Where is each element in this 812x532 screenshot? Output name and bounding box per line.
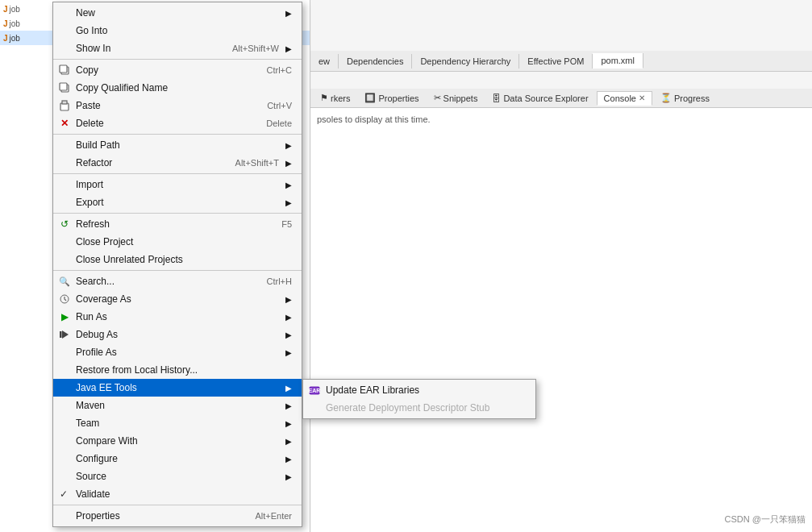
arrow-icon: ▶	[285, 181, 292, 189]
svg-marker-7	[62, 330, 69, 339]
menu-item-coverage-as[interactable]: Coverage As ▶	[53, 290, 302, 308]
arrow-icon: ▶	[285, 313, 292, 322]
arrow-icon: ▶	[285, 419, 292, 428]
menu-item-refactor[interactable]: Refactor Alt+Shift+T ▶	[53, 154, 302, 172]
arrow-icon: ▶	[285, 295, 292, 304]
arrow-icon: ▶	[285, 44, 292, 53]
svg-rect-5	[62, 101, 67, 104]
submenu-item-update-ear[interactable]: EAR Update EAR Libraries	[303, 381, 535, 399]
menu-item-import[interactable]: Import ▶	[53, 176, 302, 193]
menu-item-copy-qualified-name[interactable]: Copy Qualified Name	[53, 79, 302, 97]
delete-icon: ✕	[56, 118, 73, 129]
menu-item-paste[interactable]: Paste Ctrl+V	[53, 97, 302, 114]
menu-item-source[interactable]: Source ▶	[53, 468, 302, 485]
menu-item-restore-local-history[interactable]: Restore from Local History...	[53, 361, 302, 379]
tab-effective-pom[interactable]: Effective POM	[519, 54, 593, 69]
menu-item-close-project[interactable]: Close Project	[53, 233, 302, 251]
coverage-icon	[56, 293, 73, 305]
java-ee-tools-submenu: EAR Update EAR Libraries Generate Deploy…	[302, 379, 536, 419]
console-bar: ⚑ rkers 🔲 Properties ✂ Snippets 🗄 Data S…	[310, 89, 812, 108]
arrow-icon: ▶	[285, 330, 292, 339]
menu-item-build-path[interactable]: Build Path ▶	[53, 136, 302, 154]
separator-5	[53, 270, 302, 271]
paste-icon	[56, 100, 73, 111]
svg-rect-3	[60, 83, 67, 90]
copy-qualified-icon	[56, 82, 73, 94]
console-tab-properties[interactable]: 🔲 Properties	[358, 91, 425, 105]
menu-item-compare-with[interactable]: Compare With ▶	[53, 432, 302, 450]
tab-pom-xml[interactable]: pom.xml	[593, 53, 643, 69]
tab-dependency-hierarchy[interactable]: Dependency Hierarchy	[412, 54, 519, 69]
context-menu: New ▶ Go Into Show In Alt+Shift+W ▶ Copy…	[52, 2, 302, 527]
search-icon: 🔍	[56, 276, 73, 287]
menu-item-show-in[interactable]: Show In Alt+Shift+W ▶	[53, 39, 302, 57]
copy-icon	[56, 64, 73, 76]
menu-item-go-into[interactable]: Go Into	[53, 22, 302, 39]
console-tab-console[interactable]: Console ✕	[597, 91, 652, 106]
refresh-icon: ↺	[56, 218, 73, 230]
arrow-icon: ▶	[285, 384, 292, 393]
separator-1	[53, 59, 302, 60]
menu-item-delete[interactable]: ✕ Delete Delete	[53, 114, 302, 132]
checkbox-icon: ✓	[60, 488, 68, 500]
tab-dependencies[interactable]: Dependencies	[339, 54, 412, 69]
menu-item-java-ee-tools[interactable]: Java EE Tools ▶	[53, 379, 302, 397]
arrow-icon: ▶	[285, 159, 292, 168]
menu-item-new[interactable]: New ▶	[53, 4, 302, 22]
menu-item-close-unrelated[interactable]: Close Unrelated Projects	[53, 251, 302, 268]
arrow-icon: ▶	[285, 401, 292, 410]
arrow-icon: ▶	[285, 348, 292, 357]
menu-item-team[interactable]: Team ▶	[53, 414, 302, 432]
menu-item-properties[interactable]: Properties Alt+Enter	[53, 507, 302, 525]
tab-bar: ew Dependencies Dependency Hierarchy Eff…	[310, 51, 812, 72]
separator-4	[53, 213, 302, 214]
arrow-icon: ▶	[285, 198, 292, 207]
menu-item-profile-as[interactable]: Profile As ▶	[53, 343, 302, 361]
run-icon: ▶	[56, 311, 73, 322]
menu-item-validate[interactable]: ✓ Validate	[53, 485, 302, 503]
menu-item-refresh[interactable]: ↺ Refresh F5	[53, 215, 302, 233]
menu-item-configure[interactable]: Configure ▶	[53, 450, 302, 468]
menu-item-debug-as[interactable]: Debug As ▶	[53, 326, 302, 343]
debug-icon	[56, 329, 73, 340]
arrow-icon: ▶	[285, 455, 292, 463]
svg-rect-1	[60, 65, 67, 73]
separator-3	[53, 173, 302, 174]
watermark: CSDN @一只笨猫猫	[725, 513, 806, 526]
tab-ew[interactable]: ew	[310, 54, 339, 69]
svg-rect-8	[60, 331, 62, 338]
arrow-icon: ▶	[285, 141, 292, 150]
menu-item-export[interactable]: Export ▶	[53, 193, 302, 211]
separator-2	[53, 134, 302, 135]
console-content: psoles to display at this time.	[310, 108, 812, 532]
arrow-icon: ▶	[285, 437, 292, 446]
console-tab-progress[interactable]: ⏳ Progress	[654, 91, 716, 105]
menu-item-maven[interactable]: Maven ▶	[53, 397, 302, 414]
console-tab-markers[interactable]: ⚑ rkers	[314, 91, 356, 105]
separator-6	[53, 505, 302, 505]
console-message: psoles to display at this time.	[317, 114, 431, 124]
menu-item-search[interactable]: 🔍 Search... Ctrl+H	[53, 272, 302, 290]
submenu-item-generate-descriptor[interactable]: Generate Deployment Descriptor Stub	[303, 399, 535, 417]
svg-text:EAR: EAR	[309, 388, 320, 393]
console-tab-datasource[interactable]: 🗄 Data Source Explorer	[485, 92, 594, 105]
ear-icon: EAR	[306, 384, 323, 396]
menu-item-copy[interactable]: Copy Ctrl+C	[53, 61, 302, 79]
arrow-icon: ▶	[285, 472, 292, 481]
menu-item-run-as[interactable]: ▶ Run As ▶	[53, 308, 302, 326]
arrow-icon: ▶	[285, 9, 292, 18]
console-tab-snippets[interactable]: ✂ Snippets	[427, 91, 485, 105]
